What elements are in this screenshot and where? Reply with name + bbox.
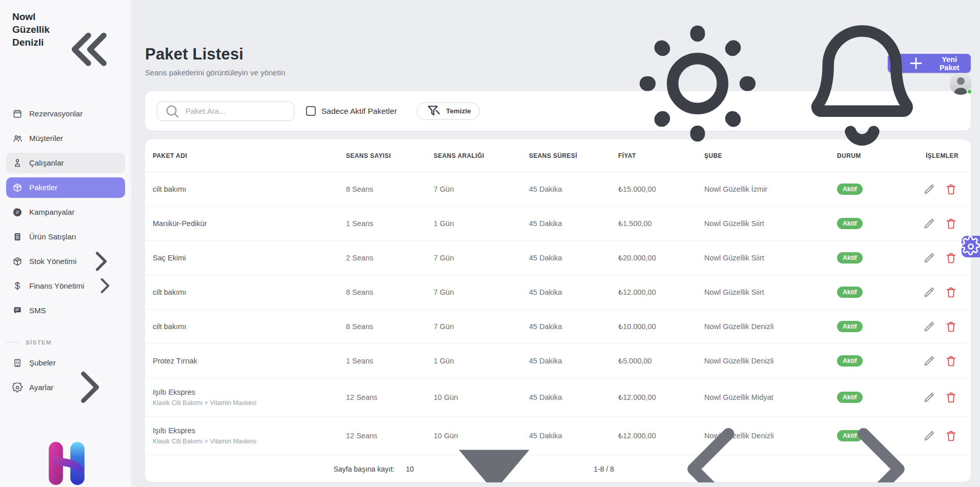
search-input[interactable]: [186, 107, 288, 115]
session-duration: 45 Dakika: [529, 219, 618, 228]
price: ₺15.000,00: [618, 185, 704, 193]
topbar-actions: [621, 7, 972, 160]
table-pagination: Sayfa başına kayıt: 10 1-8 / 8: [145, 455, 971, 482]
price: ₺12.000,00: [618, 288, 704, 296]
caret-down-icon: [417, 392, 571, 483]
package-name: Saç Ekimi: [153, 254, 346, 262]
pencil-icon: [923, 320, 935, 333]
session-interval: 1 Gün: [434, 357, 529, 365]
sidebar-nav: Rezervasyonlar Müşteriler Çalışanlar Pak…: [0, 104, 131, 321]
dollar-icon: [12, 281, 23, 291]
delete-button[interactable]: [945, 286, 957, 299]
package-name: cilt bakımı: [153, 185, 346, 193]
column-header: SEANS SÜRESİ: [529, 152, 618, 159]
page-subtitle: Seans paketlerini görüntüleyin ve yöneti…: [145, 68, 285, 77]
table-row[interactable]: cilt bakımı 8 Seans 7 Gün 45 Dakika ₺15.…: [145, 172, 971, 207]
session-count: 1 Seans: [346, 357, 434, 365]
next-page-button[interactable]: [803, 392, 956, 483]
edit-button[interactable]: [923, 183, 935, 196]
sidebar-section-label: SİSTEM: [26, 339, 52, 346]
brand-title: Nowl Güzellik Denizli: [12, 10, 50, 49]
settings-fab-button[interactable]: [962, 236, 980, 257]
package-name: cilt bakımı: [153, 322, 346, 331]
table-row[interactable]: cilt bakımı 8 Seans 7 Gün 45 Dakika ₺10.…: [145, 310, 971, 344]
filter-clear-icon: [425, 103, 442, 119]
status-badge: Aktif: [837, 355, 863, 367]
package-name: Işıltı Ekspres: [153, 427, 346, 435]
sidebar-item-kampanyalar[interactable]: Kampanyalar: [6, 202, 125, 222]
delete-button[interactable]: [945, 183, 957, 196]
branch: Nowl Güzellik Siirt: [704, 254, 837, 262]
delete-button[interactable]: [945, 355, 957, 368]
sidebar-item-ayarlar[interactable]: Ayarlar: [6, 377, 125, 398]
table-row[interactable]: cilt bakımı 8 Seans 7 Gün 45 Dakika ₺12.…: [145, 275, 971, 310]
session-count: 2 Seans: [346, 254, 434, 262]
previous-page-button[interactable]: [636, 392, 789, 483]
notifications-button[interactable]: [785, 7, 939, 160]
register-icon: [12, 232, 23, 242]
badge-percent-icon: [12, 207, 23, 217]
package-subtitle: Klasik Cilt Bakımı + Vitamin Maskesi: [153, 438, 346, 445]
sidebar-item-paketler[interactable]: Paketler: [6, 177, 125, 198]
sidebar-item-finans-yonetimi[interactable]: Finans Yönetimi: [6, 276, 125, 296]
sidebar-item-musteriler[interactable]: Müşteriler: [6, 128, 125, 149]
pencil-icon: [923, 252, 935, 265]
table-row[interactable]: Saç Ekimi 2 Seans 7 Gün 45 Dakika ₺20.00…: [145, 241, 971, 275]
chevron-right-icon: [91, 272, 119, 300]
price: ₺10.000,00: [618, 322, 704, 331]
table-row[interactable]: Manikür-Pedikür 1 Seans 1 Gün 45 Dakika …: [145, 207, 971, 241]
clear-filters-button[interactable]: Temizle: [417, 103, 480, 120]
branch: Nowl Güzellik İzmir: [704, 185, 837, 193]
pencil-icon: [923, 217, 935, 230]
session-duration: 45 Dakika: [529, 288, 618, 296]
page-title: Paket Listesi: [145, 45, 285, 64]
sidebar-item-rezervasyonlar[interactable]: Rezervasyonlar: [6, 104, 125, 124]
active-only-label: Sadece Aktif Paketler: [321, 107, 397, 116]
active-only-checkbox[interactable]: [306, 106, 316, 116]
trash-icon: [945, 183, 957, 196]
session-duration: 45 Dakika: [529, 254, 618, 262]
edit-button[interactable]: [923, 320, 935, 333]
package-name: cilt bakımı: [153, 288, 346, 296]
user-avatar[interactable]: [950, 73, 972, 95]
branch: Nowl Güzellik Siirt: [704, 219, 837, 228]
message-icon: [12, 306, 23, 316]
sidebar-item-sms[interactable]: SMS: [6, 300, 125, 321]
edit-button[interactable]: [923, 252, 935, 265]
session-count: 8 Seans: [346, 288, 434, 296]
table-row[interactable]: Protez Tırnak 1 Seans 1 Gün 45 Dakika ₺5…: [145, 344, 971, 378]
branch: Nowl Güzellik Siirt: [704, 288, 837, 296]
clear-filters-label: Temizle: [446, 107, 471, 115]
staff-icon: [12, 158, 23, 168]
status-badge: Aktif: [837, 218, 863, 229]
chevron-left-icon: [636, 392, 789, 483]
session-count: 8 Seans: [346, 322, 434, 331]
sidebar-collapse-button[interactable]: [50, 14, 124, 88]
delete-button[interactable]: [945, 320, 957, 333]
edit-button[interactable]: [923, 286, 935, 299]
status-badge: Aktif: [837, 321, 863, 332]
session-duration: 45 Dakika: [529, 185, 618, 193]
sidebar-item-calisanlar[interactable]: Çalışanlar: [6, 153, 125, 173]
package-name: Manikür-Pedikür: [153, 219, 346, 228]
session-count: 8 Seans: [346, 185, 434, 193]
package-name: Işıltı Ekspres: [153, 388, 346, 396]
pagination-range: 1-8 / 8: [594, 465, 614, 473]
per-page-select[interactable]: 10: [406, 392, 571, 483]
search-icon: [164, 102, 181, 120]
bell-icon: [785, 7, 939, 160]
delete-button[interactable]: [945, 252, 957, 265]
search-box: [157, 102, 294, 121]
theme-toggle-button[interactable]: [621, 7, 774, 160]
edit-button[interactable]: [923, 355, 935, 368]
sidebar-item-stok-yonetimi[interactable]: Stok Yönetimi: [6, 251, 125, 272]
price: ₺20.000,00: [618, 254, 704, 262]
packages-table: PAKET ADI SEANS SAYISI SEANS ARALIĞI SEA…: [145, 139, 971, 482]
column-header: SEANS ARALIĞI: [434, 152, 529, 159]
session-interval: 7 Gün: [434, 254, 529, 262]
edit-button[interactable]: [923, 217, 935, 230]
session-interval: 7 Gün: [434, 185, 529, 193]
delete-button[interactable]: [945, 217, 957, 230]
session-interval: 7 Gün: [434, 322, 529, 331]
status-badge: Aktif: [837, 287, 863, 298]
